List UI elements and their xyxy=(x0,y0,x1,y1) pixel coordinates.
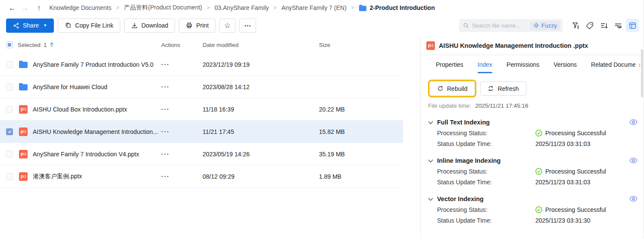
favorite-star-button[interactable]: ☆ xyxy=(219,19,235,33)
breadcrumb-item[interactable]: AnyShare Family 7 (EN) xyxy=(281,4,347,11)
breadcrumb-item[interactable]: Knowledge Documents xyxy=(50,4,112,11)
processing-status-label: Processing Status: xyxy=(437,168,535,175)
row-checkbox[interactable] xyxy=(6,61,13,68)
preview-eye-icon[interactable] xyxy=(629,157,638,164)
up-level-icon[interactable]: ↑ xyxy=(34,3,44,12)
file-name[interactable]: 港澳客户案例.pptx xyxy=(33,173,82,180)
scrollbar-thumb[interactable] xyxy=(641,49,643,97)
file-name[interactable]: AISHU Cloud Box Introduction.pptx xyxy=(33,106,127,113)
breadcrumb-item[interactable]: 03.AnyShare Family xyxy=(215,4,269,11)
refresh-label: Refresh xyxy=(497,85,519,92)
breadcrumb-current-label: 2-Product Introduction xyxy=(370,4,435,11)
file-name[interactable]: AnyShare for Huawei Cloud xyxy=(33,84,107,90)
back-icon[interactable]: ← xyxy=(6,3,19,12)
copy-link-icon xyxy=(65,22,72,29)
index-section-full-text: Full Text Indexing Processing Status: Pr… xyxy=(428,119,644,147)
preview-eye-icon[interactable] xyxy=(629,196,638,202)
fuzzy-toggle[interactable]: Fuzzy xyxy=(530,21,560,30)
date-modified: 2023/05/19 14:26 xyxy=(203,151,250,158)
more-actions-button[interactable]: ⋯ xyxy=(239,19,256,33)
tag-icon[interactable] xyxy=(583,19,596,32)
rebuild-icon xyxy=(437,85,444,92)
search-icon xyxy=(463,22,469,28)
file-update-time-label: File update time: xyxy=(428,102,471,109)
table-row[interactable]: P AISHU Cloud Box Introduction.pptx ··· … xyxy=(0,98,403,121)
view-columns-eye-icon[interactable] xyxy=(612,19,625,32)
refresh-button[interactable]: Refresh xyxy=(480,81,526,96)
search-input[interactable] xyxy=(472,22,530,29)
chevron-down-icon xyxy=(428,121,433,124)
tab-related-documents[interactable]: Related Documents xyxy=(591,55,635,74)
file-name[interactable]: AISHU Knowledge Management Introduction.… xyxy=(33,128,158,135)
section-header[interactable]: Vector Indexing xyxy=(428,196,644,202)
table-row[interactable]: AnyShare Family 7 Product Introduction V… xyxy=(0,53,403,76)
sort-order-icon[interactable] xyxy=(597,19,610,32)
download-button[interactable]: Download xyxy=(124,19,175,33)
tab-properties[interactable]: Properties xyxy=(436,55,463,74)
row-actions-icon[interactable]: ··· xyxy=(161,61,170,68)
tab-index[interactable]: Index xyxy=(478,55,492,74)
status-update-time-label: Status Update Time: xyxy=(437,217,535,224)
breadcrumb-current-folder[interactable]: 2-Product Introduction xyxy=(359,4,435,11)
breadcrumb-item[interactable]: 产品资料(Product Document) xyxy=(124,4,202,12)
chevron-down-icon: ▼ xyxy=(43,23,47,28)
table-row[interactable]: P AnyShare Family 7 Introduction V4.pptx… xyxy=(0,143,403,165)
date-modified: 08/12 09:29 xyxy=(203,173,234,180)
search-box[interactable]: Fuzzy xyxy=(459,19,563,32)
table-row[interactable]: AnyShare for Huawei Cloud ··· 2023/08/28… xyxy=(0,76,403,98)
file-name[interactable]: AnyShare Family 7 Product Introduction V… xyxy=(33,61,153,68)
more-dots-icon: ⋯ xyxy=(244,22,251,30)
ppt-file-icon: P xyxy=(19,127,28,136)
file-name[interactable]: AnyShare Family 7 Introduction V4.pptx xyxy=(33,151,139,158)
status-update-time-label: Status Update Time: xyxy=(437,140,535,147)
date-modified: 11/21 17:45 xyxy=(203,128,234,135)
tab-permissions[interactable]: Permissions xyxy=(506,55,539,74)
column-header-size[interactable]: Size xyxy=(319,42,330,48)
filter-icon[interactable] xyxy=(569,19,582,32)
action-toolbar: Share ▼ Copy File Link Download Print ☆ … xyxy=(0,18,644,33)
row-actions-icon[interactable]: ··· xyxy=(161,128,170,135)
breadcrumb-separator: > xyxy=(351,5,354,11)
folder-icon xyxy=(359,5,366,11)
ppt-file-icon: P xyxy=(19,150,28,158)
row-actions-icon[interactable]: ··· xyxy=(161,151,170,158)
check-circle-icon xyxy=(535,168,542,175)
row-checkbox-checked[interactable] xyxy=(6,128,13,135)
folder-icon xyxy=(19,83,28,90)
row-actions-icon[interactable]: ··· xyxy=(161,106,170,113)
breadcrumb-separator: > xyxy=(116,5,119,11)
tabs-overflow-chevron-icon[interactable]: › xyxy=(638,55,641,74)
date-modified: 11/18 16:39 xyxy=(203,106,234,113)
sort-arrows-icon[interactable] xyxy=(50,42,53,47)
svg-text:P: P xyxy=(21,174,24,179)
row-checkbox[interactable] xyxy=(6,106,13,113)
svg-text:P: P xyxy=(21,107,24,112)
preview-eye-icon[interactable] xyxy=(629,119,638,125)
column-header-date-modified[interactable]: Date modified xyxy=(203,42,238,48)
detail-panel-toggle-icon[interactable] xyxy=(626,19,639,32)
table-row[interactable]: P 港澳客户案例.pptx ··· 08/12 09:29 1.89 MB xyxy=(0,165,403,188)
svg-text:P: P xyxy=(21,152,24,157)
print-button[interactable]: Print xyxy=(179,19,216,33)
select-all-checkbox[interactable] xyxy=(6,41,13,48)
column-header-actions[interactable]: Actions xyxy=(161,42,180,48)
file-size: 15.82 MB xyxy=(319,128,345,135)
row-checkbox[interactable] xyxy=(6,173,13,180)
row-actions-icon[interactable]: ··· xyxy=(161,84,170,90)
row-checkbox[interactable] xyxy=(6,84,13,90)
row-checkbox[interactable] xyxy=(6,151,13,158)
table-row-selected[interactable]: P AISHU Knowledge Management Introductio… xyxy=(0,121,403,143)
detail-panel-tabs: Properties Index Permissions Versions Re… xyxy=(421,55,644,74)
status-text: Processing Successful xyxy=(545,168,606,175)
status-update-time-value: 2025/11/23 03:31:03 xyxy=(535,179,590,186)
row-actions-icon[interactable]: ··· xyxy=(161,173,170,180)
rebuild-button[interactable]: Rebuild xyxy=(430,81,475,96)
forward-icon[interactable]: → xyxy=(19,3,31,12)
section-header[interactable]: Inline Image Indexing xyxy=(428,157,644,164)
breadcrumb-separator: > xyxy=(207,5,210,11)
tab-versions[interactable]: Versions xyxy=(553,55,577,74)
processing-status-label: Processing Status: xyxy=(437,206,535,213)
section-header[interactable]: Full Text Indexing xyxy=(428,119,644,126)
share-button[interactable]: Share ▼ xyxy=(6,19,54,33)
copy-file-link-button[interactable]: Copy File Link xyxy=(58,19,120,33)
